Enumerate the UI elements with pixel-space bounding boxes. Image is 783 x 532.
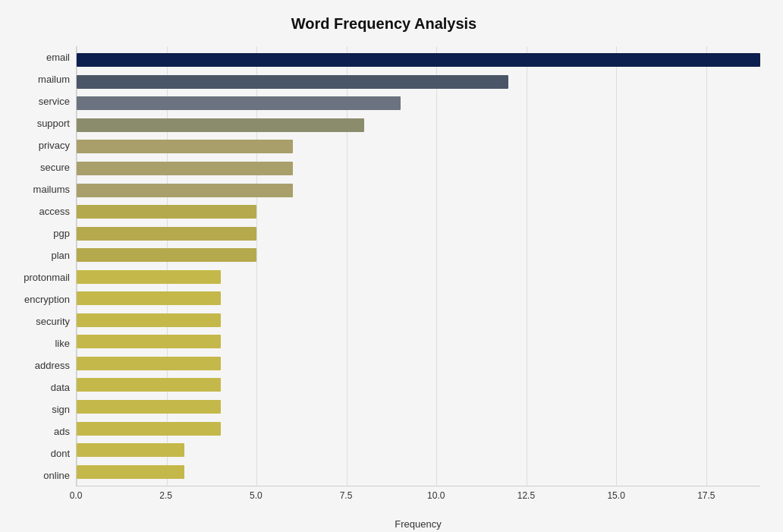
- bar-row: [77, 182, 760, 199]
- bar-row: [77, 376, 760, 393]
- bar: [77, 96, 401, 110]
- y-label: service: [39, 92, 70, 112]
- bar-row: [77, 138, 760, 155]
- bar-row: [77, 52, 760, 68]
- y-label: pgp: [53, 224, 70, 244]
- y-label: support: [37, 114, 70, 134]
- bar: [77, 248, 256, 262]
- bar-row: [77, 247, 760, 263]
- bar: [77, 400, 221, 414]
- x-tick: 2.5: [159, 490, 172, 501]
- x-tick: 12.5: [517, 490, 535, 501]
- y-label: encryption: [24, 290, 70, 310]
- bar-row: [77, 203, 760, 220]
- bar: [77, 140, 293, 153]
- x-tick: 7.5: [340, 490, 353, 501]
- y-label: privacy: [39, 136, 70, 156]
- chart-area: emailmailumservicesupportprivacysecurema…: [8, 46, 760, 486]
- y-label: ads: [54, 422, 70, 442]
- x-tick: 0.0: [70, 490, 83, 501]
- y-label: plan: [51, 246, 70, 266]
- bar: [77, 75, 508, 89]
- y-label: sign: [52, 400, 70, 420]
- bar: [77, 227, 256, 241]
- bar-row: [77, 398, 760, 415]
- bar: [77, 205, 256, 219]
- bar: [77, 357, 221, 370]
- bar-row: [77, 225, 760, 242]
- bar: [77, 184, 293, 197]
- bar: [77, 270, 221, 284]
- bars-and-grid: [76, 46, 760, 486]
- bar-row: [77, 312, 760, 329]
- x-tick: 5.0: [250, 490, 263, 501]
- y-label: mailum: [38, 70, 70, 90]
- y-label: data: [51, 378, 70, 398]
- bar: [77, 465, 184, 479]
- bar-row: [77, 420, 760, 437]
- bar: [77, 443, 184, 457]
- bar: [77, 53, 760, 67]
- bar-row: [77, 269, 760, 285]
- y-axis-labels: emailmailumservicesupportprivacysecurema…: [8, 46, 76, 486]
- y-label: protonmail: [24, 268, 70, 288]
- x-tick: 17.5: [697, 490, 715, 501]
- y-label: like: [55, 334, 70, 354]
- bar: [77, 422, 221, 436]
- y-label: secure: [40, 158, 70, 178]
- chart-title: Word Frequency Analysis: [8, 15, 760, 33]
- bar: [77, 378, 221, 392]
- bar-row: [77, 117, 760, 134]
- bar-row: [77, 74, 760, 90]
- bar-row: [77, 355, 760, 372]
- y-label: dont: [51, 444, 70, 464]
- bar-row: [77, 464, 760, 480]
- x-tick: 10.0: [427, 490, 445, 501]
- y-label: email: [46, 48, 70, 68]
- bar-row: [77, 442, 760, 458]
- x-axis: 0.02.55.07.510.012.515.017.5: [76, 486, 760, 502]
- bar-row: [77, 333, 760, 350]
- chart-container: Word Frequency Analysis emailmailumservi…: [0, 0, 783, 532]
- bar: [77, 313, 221, 327]
- y-label: security: [36, 312, 70, 332]
- bar-row: [77, 95, 760, 112]
- y-label: access: [39, 202, 70, 222]
- y-label: mailums: [33, 180, 70, 200]
- x-tick: 15.0: [607, 490, 624, 501]
- y-label: address: [35, 356, 70, 376]
- y-label: online: [43, 466, 70, 486]
- bar: [77, 118, 364, 132]
- bar: [77, 335, 221, 348]
- bar-row: [77, 290, 760, 307]
- bar-row: [77, 160, 760, 177]
- bar: [77, 162, 293, 175]
- bar: [77, 291, 221, 305]
- x-axis-label: Frequency: [76, 518, 760, 530]
- bars-container: [77, 46, 760, 486]
